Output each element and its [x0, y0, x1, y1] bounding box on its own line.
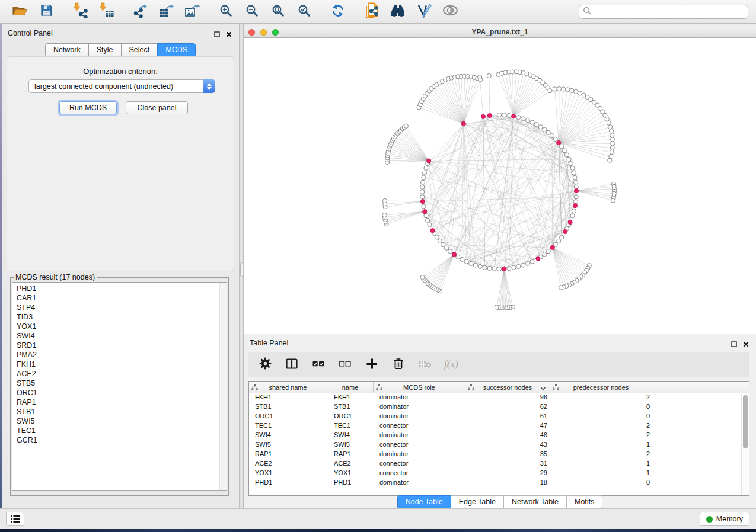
network-view-window: YPA_prune.txt_1	[244, 27, 756, 334]
trash-button[interactable]	[391, 358, 406, 372]
mcds-result-item[interactable]: PMA2	[17, 350, 227, 360]
function-icon: f(x)	[442, 357, 462, 373]
mcds-result-item[interactable]: PHD1	[17, 284, 227, 293]
table-row[interactable]: RAP1RAP1dominator352	[249, 450, 749, 460]
table-row[interactable]: STB1STB1dominator620	[249, 403, 749, 412]
mcds-result-item[interactable]: RAP1	[17, 398, 227, 407]
export-image-icon	[184, 3, 200, 21]
float-window-icon[interactable]	[214, 29, 220, 40]
column-header-successor-nodes[interactable]: successor nodes	[465, 382, 550, 393]
mcds-list-scrollbar[interactable]	[219, 283, 227, 490]
zoom-in-button[interactable]	[217, 3, 235, 21]
table-scrollbar[interactable]	[741, 394, 749, 495]
select-all-button[interactable]	[311, 358, 326, 372]
mcds-result-item[interactable]: YOX1	[17, 322, 227, 331]
network-window-titlebar[interactable]: YPA_prune.txt_1	[244, 27, 756, 38]
network-canvas[interactable]	[244, 38, 756, 331]
svg-text:f(x): f(x)	[444, 358, 458, 370]
binoculars-button[interactable]	[389, 3, 407, 21]
add-button[interactable]	[365, 358, 379, 372]
zoom-out-button[interactable]	[243, 3, 261, 21]
tab-select[interactable]: Select	[121, 43, 158, 57]
mcds-result-item[interactable]: FKH1	[17, 360, 227, 369]
eye-button[interactable]	[441, 3, 459, 21]
cell-successor-nodes: 47	[465, 422, 550, 431]
run-mcds-button[interactable]: Run MCDS	[59, 101, 117, 114]
search-box[interactable]	[579, 5, 748, 19]
mcds-result-item[interactable]: SRD1	[17, 341, 227, 350]
folder-open-button[interactable]	[11, 3, 29, 21]
tab-node-table[interactable]: Node Table	[397, 495, 451, 509]
table-row[interactable]: PHD1PHD1dominator180	[249, 479, 749, 488]
table-row[interactable]: TEC1TEC1connector472	[249, 422, 749, 431]
close-icon[interactable]	[226, 29, 232, 40]
table-row[interactable]: SWI4SWI4dominator462	[249, 431, 749, 441]
table-row[interactable]: SWI5SWI5connector431	[249, 441, 749, 450]
vertical-splitter[interactable]	[240, 24, 244, 508]
cell-successor-nodes: 18	[465, 479, 550, 488]
mcds-result-item[interactable]: ORC1	[17, 388, 227, 398]
export-network-button[interactable]	[131, 3, 149, 21]
columns-button[interactable]	[285, 358, 299, 372]
cell-successor-nodes: 35	[465, 450, 550, 460]
mcds-result-item[interactable]: STB5	[17, 379, 227, 388]
tab-motifs[interactable]: Motifs	[566, 495, 602, 509]
save-button[interactable]	[37, 3, 55, 21]
mcds-result-item[interactable]: TEC1	[17, 426, 227, 435]
memory-button[interactable]: Memory	[700, 512, 749, 526]
scrollbar-thumb[interactable]	[743, 395, 748, 448]
export-image-button[interactable]	[183, 3, 201, 21]
splitter-handle-icon[interactable]	[240, 262, 243, 277]
export-table-button[interactable]	[157, 3, 175, 21]
column-header-predecessor-nodes[interactable]: predecessor nodes	[550, 382, 652, 393]
column-header-MCDS-role[interactable]: MCDS role	[374, 382, 465, 393]
diagram-pen-button[interactable]	[415, 3, 433, 21]
trash-icon	[393, 357, 404, 372]
tab-edge-table[interactable]: Edge Table	[451, 495, 504, 509]
search-input[interactable]	[594, 8, 744, 16]
close-icon[interactable]	[743, 339, 749, 350]
mcds-result-item[interactable]: CAR1	[17, 293, 227, 303]
optimization-criterion-dropdown[interactable]: largest connected component (undirected)	[28, 79, 215, 93]
deselect-all-button[interactable]	[338, 358, 352, 372]
hierarchy-icon	[468, 384, 474, 392]
minimize-window-icon[interactable]	[260, 29, 267, 36]
mcds-result-item[interactable]: ACE2	[17, 369, 227, 379]
cell-MCDS-role: dominator	[374, 479, 465, 488]
table-row[interactable]: ORC1ORC1dominator610	[249, 412, 749, 422]
show-panels-button[interactable]	[6, 512, 24, 526]
import-table-button[interactable]	[97, 3, 115, 21]
mcds-result-title: MCDS result (17 nodes)	[14, 273, 97, 281]
mcds-result-item[interactable]: STB1	[17, 407, 227, 416]
mcds-result-group: MCDS result (17 nodes) PHD1CAR1STP4TID3Y…	[10, 273, 229, 496]
node-table[interactable]: shared namenameMCDS rolesuccessor nodesp…	[248, 381, 749, 496]
zoom-fit-button[interactable]	[269, 3, 287, 21]
tab-style[interactable]: Style	[88, 43, 122, 57]
zoom-selected-button[interactable]	[295, 3, 313, 21]
close-panel-button[interactable]: Close panel	[126, 101, 188, 114]
tab-network[interactable]: Network	[45, 43, 89, 57]
mcds-result-item[interactable]: SWI4	[17, 331, 227, 341]
column-header-name[interactable]: name	[327, 382, 374, 393]
mcds-result-list[interactable]: PHD1CAR1STP4TID3YOX1SWI4SRD1PMA2FKH1ACE2…	[12, 282, 227, 491]
mcds-result-item[interactable]: TID3	[17, 312, 227, 322]
table-row[interactable]: FKH1FKH1dominator962	[249, 393, 749, 403]
gear-icon	[259, 357, 272, 372]
float-window-icon[interactable]	[731, 339, 737, 350]
mcds-result-item[interactable]: STP4	[17, 303, 227, 312]
mcds-result-item[interactable]: GCR1	[17, 435, 227, 445]
network-graph[interactable]	[244, 38, 756, 331]
tab-network-table[interactable]: Network Table	[503, 495, 567, 509]
gear-button[interactable]	[258, 358, 272, 372]
tab-mcds[interactable]: MCDS	[157, 43, 196, 57]
table-row[interactable]: ACE2ACE2connector311	[249, 460, 749, 469]
sort-desc-icon[interactable]	[540, 385, 546, 392]
import-network-button[interactable]	[71, 3, 89, 21]
maximize-window-icon[interactable]	[272, 29, 279, 36]
mcds-result-item[interactable]: SWI5	[17, 416, 227, 426]
refresh-button[interactable]	[329, 3, 347, 21]
column-header-shared-name[interactable]: shared name	[249, 382, 327, 393]
close-window-icon[interactable]	[248, 29, 255, 36]
table-row[interactable]: YOX1YOX1connector291	[249, 469, 749, 479]
share-document-button[interactable]	[363, 3, 381, 21]
